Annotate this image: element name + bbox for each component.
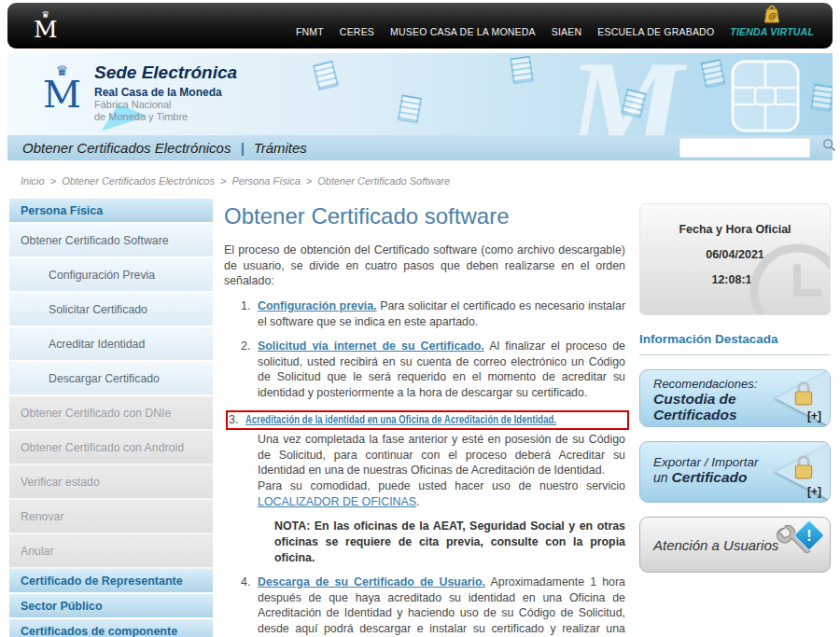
svg-text:@: @ [768,11,777,21]
banner-atencion-usuarios[interactable]: Atención a Usuarios [639,517,831,573]
header-art-doc [398,94,423,123]
breadcrumb-separator: > [220,175,226,187]
header-art-doc [313,61,339,90]
rcm-crown-m-logo: ♛ M [43,62,81,123]
page-title: Obtener Certificado software [224,201,625,231]
topbar-link-fnmt[interactable]: FNMT [296,26,324,37]
link-acreditacion-identidad[interactable]: Acreditación de la identidad en una Ofic… [245,412,556,428]
topbar-link-museo[interactable]: MUSEO CASA DE LA MONEDA [390,26,536,37]
fnmt-crown-logo: ♛ M [34,3,58,48]
support-tools-icon [774,522,822,569]
banner-text: Recomendaciones: Custodia de Certificado… [653,377,757,423]
main-nav: Obtener Certificados Electrónicos | Trám… [7,135,833,160]
topbar-nav: FNMT CERES MUSEO CASA DE LA MONEDA SIAEN… [296,3,833,48]
sidebar-item-sector-publico[interactable]: Sector Público [9,594,213,619]
breadcrumb-persona-fisica[interactable]: Persona Física [231,175,300,187]
logo-letter: M [43,77,81,111]
link-solicitud-via-internet[interactable]: Solicitud vía internet de su Certificado… [258,339,484,353]
datetime-title: Fecha y Hora Oficial [640,204,830,236]
right-column: Fecha y Hora Oficial 06/04/2021 12:08:19… [639,203,831,573]
sidebar-item-renovar[interactable]: Renovar [9,500,213,534]
nota-paragraph: NOTA: En las oficinas de la AEAT, Seguri… [274,519,625,565]
breadcrumb-current: Obtener Certificado Software [317,175,450,187]
nav-separator: | [240,140,244,156]
header-band: ♛ M Sede Electrónica Real Casa de la Mon… [7,53,833,135]
sidebar: Persona Física Obtener Certificado Softw… [9,199,213,637]
padlock-icon [791,380,817,411]
shopping-bag-icon: @ [764,4,780,25]
sidebar-item-anular[interactable]: Anular [9,534,213,569]
sidebar-item-persona-fisica[interactable]: Persona Física [9,199,213,224]
banner-custodia-certificados[interactable]: Recomendaciones: Custodia de Certificado… [639,369,831,427]
sidebar-item-certificado-dnie[interactable]: Obtener Certificado con DNIe [9,396,213,431]
more-link: [+] [807,485,821,498]
nav-obtener-certificados[interactable]: Obtener Certificados Electrónicos [22,140,231,156]
smartcard-chip-icon [730,59,801,133]
topbar-link-escuela[interactable]: ESCUELA DE GRABADO [597,26,714,37]
breadcrumb: Inicio>Obtener Certificados Electrónicos… [21,175,450,187]
step-1: 1. Configuración previa. Para solicitar … [241,298,625,329]
step-number: 4. [241,575,254,637]
breadcrumb-obtener[interactable]: Obtener Certificados Electrónicos [62,175,215,187]
step-text-2: Para su comodidad, puede usted hacer uso… [258,478,625,509]
sidebar-item-obtener-certificado-software[interactable]: Obtener Certificado Software [9,224,213,258]
header-art-doc [810,84,833,113]
step-body: Configuración previa. Para solicitar el … [258,298,625,329]
search-box [679,138,810,158]
main-content: Obtener Certificado software El proceso … [224,201,625,637]
banner-exportar-importar[interactable]: Exportar / Importar unCertificado [+] [639,441,831,503]
padlock-icon [791,453,817,485]
page-root: ♛ M FNMT CERES MUSEO CASA DE LA MONEDA S… [0,0,840,637]
topbar-link-tienda-virtual[interactable]: @ TIENDA VIRTUAL [730,26,814,37]
sidebar-item-solicitar-certificado[interactable]: Solicitar Certificado [9,293,213,327]
step-4: 4. Descarga de su Certificado de Usuario… [241,575,625,637]
site-brand[interactable]: ♛ M Sede Electrónica Real Casa de la Mon… [43,62,237,123]
step-3: 3. Acreditación de la identidad en una O… [241,410,625,510]
step-2: 2. Solicitud vía internet de su Certific… [241,339,625,400]
link-localizador-oficinas[interactable]: LOCALIZADOR DE OFICINAS [258,495,416,508]
highlight-red-box: 3. Acreditación de la identidad en una O… [226,410,629,431]
logo-letter: M [34,19,58,41]
topbar-store-label: TIENDA VIRTUAL [730,26,814,37]
step-body: Solicitud vía internet de su Certificado… [258,339,625,400]
step-text: Una vez completada la fase anterior y es… [258,433,625,477]
topbar-link-siaen[interactable]: SIAEN [552,26,582,37]
search-input[interactable] [679,138,810,158]
org-name: Real Casa de la Moneda [94,86,237,99]
nav-tramites[interactable]: Trámites [254,140,307,156]
breadcrumb-inicio[interactable]: Inicio [21,175,45,187]
site-title: Sede Electrónica [94,62,237,83]
breadcrumb-separator: > [306,175,312,187]
steps-list: 1. Configuración previa. Para solicitar … [224,298,625,637]
sidebar-item-verificar-estado[interactable]: Verificar estado [9,465,213,500]
sidebar-item-acreditar-identidad[interactable]: Acreditar Identidad [9,327,213,362]
brand-text: Sede Electrónica Real Casa de la Moneda … [94,62,237,123]
org-subname-2: de Moneda y Timbre [94,111,237,123]
step-body: Una vez completada la fase anterior y es… [258,432,625,509]
breadcrumb-separator: > [50,175,56,187]
search-icon[interactable] [822,138,836,156]
clock-icon [746,240,831,315]
more-link: [+] [807,409,821,422]
header-art-doc [510,56,534,85]
sidebar-item-certificados-componente[interactable]: Certificados de componente [9,619,213,637]
topbar-link-ceres[interactable]: CERES [340,26,374,37]
sidebar-item-certificado-representante[interactable]: Certificado de Representante [9,569,213,594]
header-art-doc [700,59,725,89]
topbar: ♛ M FNMT CERES MUSEO CASA DE LA MONEDA S… [7,3,833,48]
step-number: 2. [241,339,254,400]
step-body: Descarga de su Certificado de Usuario. A… [258,575,625,637]
banner-text: Exportar / Importar unCertificado [653,455,759,486]
step-number: 3. [229,412,243,428]
intro-paragraph: El proceso de obtención del Certificado … [224,242,625,289]
link-descarga-certificado[interactable]: Descarga de su Certificado de Usuario. [258,575,485,589]
official-datetime-box: Fecha y Hora Oficial 06/04/2021 12:08:19 [639,203,831,315]
link-configuracion-previa[interactable]: Configuración previa. [258,299,377,312]
sidebar-item-configuracion-previa[interactable]: Configuración Previa [9,258,213,293]
divider [639,354,831,355]
sidebar-item-certificado-android[interactable]: Obtener Certificado con Android [9,431,213,465]
sidebar-item-descargar-certificado[interactable]: Descargar Certificado [9,362,213,396]
step-number: 1. [241,298,254,329]
banner-text: Atención a Usuarios [653,537,778,553]
info-destacada-heading: Información Destacada [639,332,831,346]
